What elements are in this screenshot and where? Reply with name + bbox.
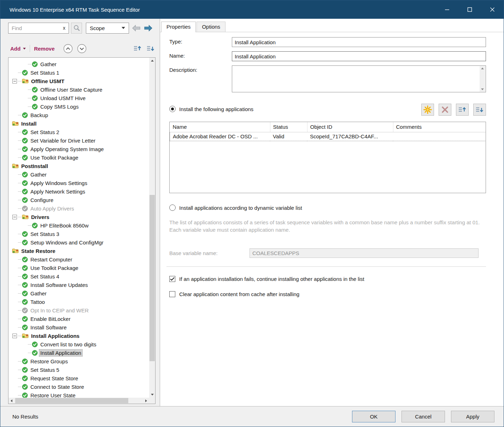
tree-step-item[interactable]: Apply Windows Settings	[11, 179, 149, 187]
vertical-scrollbar-thumb[interactable]	[150, 195, 155, 361]
tree-vertical-scrollbar[interactable]	[149, 58, 155, 398]
scroll-up-button[interactable]	[149, 58, 155, 64]
close-button[interactable]	[481, 0, 504, 19]
tree-horizontal-scrollbar[interactable]	[8, 398, 149, 404]
minimize-button[interactable]	[436, 0, 458, 19]
application-row[interactable]: Adobe Acrobat Reader DC - OSD ...ValidSc…	[170, 132, 486, 141]
tree-step-item[interactable]: Auto Apply Drivers	[11, 204, 149, 213]
list-column-header[interactable]: Object ID	[307, 122, 393, 132]
tree-step-item[interactable]: Configure	[11, 196, 149, 204]
find-clear-button[interactable]: x	[63, 25, 65, 31]
application-move-down-button[interactable]	[473, 104, 486, 116]
tree-group-item[interactable]: Install	[11, 119, 149, 128]
new-application-button[interactable]	[421, 104, 434, 116]
ok-button[interactable]: OK	[352, 411, 395, 422]
tree-step-item[interactable]: Offline User State Capture	[11, 85, 149, 94]
radio-install-following[interactable]: Install the following applications	[169, 106, 253, 112]
tree-step-item[interactable]: Gather	[11, 289, 149, 298]
move-up-button[interactable]	[133, 44, 142, 53]
tree-step-item[interactable]: Use Toolkit Package	[11, 153, 149, 162]
tree-group-item[interactable]: Install Applications	[11, 331, 149, 340]
type-field[interactable]	[232, 37, 486, 47]
cancel-button[interactable]: Cancel	[402, 411, 445, 422]
tree-collapse-expander-icon[interactable]	[12, 334, 17, 338]
description-label: Description:	[169, 65, 232, 92]
tree-collapse-expander-icon[interactable]	[12, 215, 17, 219]
delete-application-button[interactable]	[439, 104, 451, 116]
tree-step-item[interactable]: Set Status 5	[11, 365, 149, 374]
tree-step-item[interactable]: Gather	[11, 170, 149, 179]
tree-item-label: Install Applications	[30, 333, 81, 339]
tab-properties[interactable]: Properties	[161, 22, 196, 32]
maximize-button[interactable]	[458, 0, 481, 19]
titlebar[interactable]: Windows 10 Enterprise x64 RTM Task Seque…	[0, 0, 504, 19]
find-previous-button[interactable]	[131, 24, 141, 32]
tree-collapse-expander-icon[interactable]	[12, 79, 17, 83]
tree-step-item[interactable]: Set Status 2	[11, 128, 149, 136]
tree-step-item[interactable]: Connect to State Store	[11, 382, 149, 391]
list-column-header[interactable]: Status	[270, 122, 307, 132]
triangle-up-icon[interactable]	[481, 68, 484, 69]
tree-step-item[interactable]: Gather	[11, 60, 149, 68]
tree-step-item[interactable]: Install Software Updates	[11, 281, 149, 289]
apply-button[interactable]: Apply	[451, 411, 494, 422]
scroll-down-button[interactable]	[149, 392, 155, 398]
tree-step-item[interactable]: Apply Network Settings	[11, 187, 149, 196]
horizontal-scrollbar-thumb[interactable]	[15, 398, 128, 403]
tab-options[interactable]: Options	[197, 22, 225, 32]
tree-connector	[18, 115, 21, 115]
step-check-icon	[22, 172, 28, 178]
tree-step-item[interactable]: Unload USMT Hive	[11, 94, 149, 102]
radio-dynamic-list[interactable]: Install applications according to dynami…	[169, 204, 486, 211]
find-input[interactable]: Find x	[8, 23, 69, 34]
search-button[interactable]	[71, 23, 82, 34]
tree-step-item[interactable]: Set Status 3	[11, 230, 149, 238]
tree-group-item[interactable]: Drivers	[11, 213, 149, 221]
tree-connector	[18, 242, 21, 243]
tree-step-item[interactable]: Opt In to CEIP and WER	[11, 306, 149, 315]
tree-step-item[interactable]: Restore Groups	[11, 357, 149, 365]
triangle-down-icon[interactable]	[481, 88, 484, 90]
tree-step-item[interactable]: Restore User State	[11, 391, 149, 398]
tree-step-item[interactable]: Tattoo	[11, 298, 149, 306]
toolbar-separator	[30, 45, 30, 52]
add-button[interactable]: Add	[10, 46, 26, 52]
tree-step-item[interactable]: Restart Computer	[11, 255, 149, 264]
tree-step-item[interactable]: Install Application	[11, 348, 149, 357]
tree-step-item[interactable]: Request State Store	[11, 374, 149, 382]
tree-step-item[interactable]: Use Toolkit Package	[11, 264, 149, 272]
tree-step-item[interactable]: Set Status 1	[11, 68, 149, 77]
collapse-all-button[interactable]	[63, 44, 73, 53]
name-label: Name:	[169, 51, 232, 61]
description-field[interactable]	[232, 66, 486, 92]
tree-step-item[interactable]: Apply Operating System Image	[11, 145, 149, 153]
scroll-right-button[interactable]	[143, 398, 149, 404]
remove-button[interactable]: Remove	[34, 46, 54, 52]
tree-group-item[interactable]: PostInstall	[11, 162, 149, 170]
checkbox-clear-cache[interactable]: Clear application content from cache aft…	[169, 291, 486, 297]
name-field[interactable]	[232, 51, 486, 61]
tree-step-item[interactable]: Install Software	[11, 323, 149, 331]
move-up-icon	[133, 45, 142, 52]
tree-group-item[interactable]: Offline USMT	[11, 77, 149, 85]
tree-step-item[interactable]: Setup Windows and ConfigMgr	[11, 238, 149, 247]
find-next-button[interactable]	[143, 24, 153, 32]
tree-step-item[interactable]: Set Status 4	[11, 272, 149, 281]
tree-group-item[interactable]: State Restore	[11, 247, 149, 255]
list-column-header[interactable]: Name	[170, 122, 270, 132]
tree-step-item[interactable]: HP EliteBook 8560w	[11, 221, 149, 230]
tree-step-item[interactable]: Copy SMS Logs	[11, 102, 149, 111]
expand-all-button[interactable]	[77, 44, 87, 53]
checkbox-continue-on-fail[interactable]: If an application installation fails, co…	[169, 276, 486, 282]
folder-icon	[12, 248, 19, 254]
move-down-button[interactable]	[146, 44, 156, 53]
description-scrollbar[interactable]	[480, 66, 485, 92]
list-column-header[interactable]: Comments	[393, 122, 486, 132]
tree-step-item[interactable]: Backup	[11, 111, 149, 119]
scope-dropdown[interactable]: Scope	[86, 23, 129, 34]
tree-step-item[interactable]: Enable BitLocker	[11, 315, 149, 323]
tree-step-item[interactable]: Convert list to two digits	[11, 340, 149, 348]
tree-step-item[interactable]: Set Variable for Drive Letter	[11, 136, 149, 145]
scroll-left-button[interactable]	[8, 398, 14, 404]
application-move-up-button[interactable]	[456, 104, 469, 116]
